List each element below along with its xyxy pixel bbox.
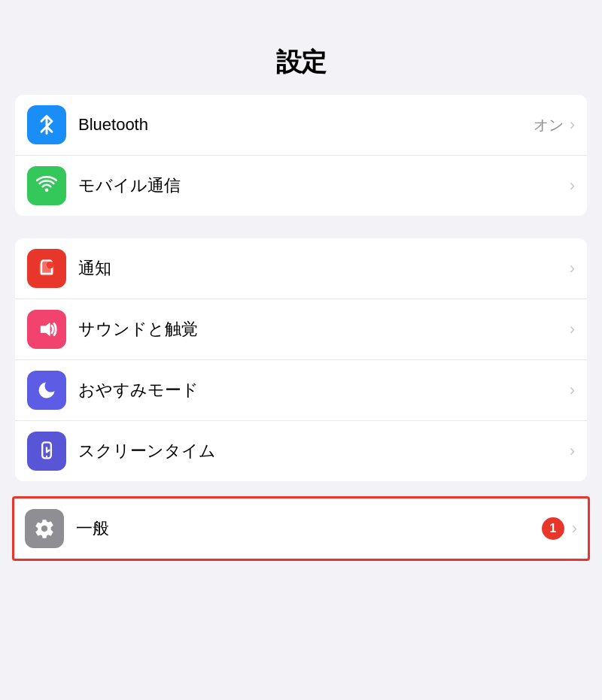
- svg-point-8: [46, 456, 47, 457]
- svg-marker-4: [41, 323, 50, 337]
- general-label: 一般: [76, 517, 542, 540]
- donotdisturb-chevron: ›: [570, 380, 575, 400]
- bluetooth-icon: [27, 105, 66, 144]
- screentime-row[interactable]: スクリーンタイム ›: [15, 421, 587, 481]
- bluetooth-value: オン: [534, 115, 564, 135]
- mobile-label: モバイル通信: [78, 174, 570, 197]
- bluetooth-chevron: ›: [570, 115, 575, 135]
- mobile-chevron: ›: [570, 176, 575, 195]
- screentime-icon: [27, 432, 66, 471]
- mobile-row[interactable]: モバイル通信 ›: [15, 156, 587, 216]
- notifications-label: 通知: [78, 257, 570, 280]
- general-row[interactable]: 一般 1 ›: [12, 496, 590, 561]
- screentime-label: スクリーンタイム: [78, 440, 570, 462]
- mobile-icon: [27, 166, 66, 205]
- general-chevron: ›: [572, 519, 577, 538]
- bluetooth-row[interactable]: Bluetooth オン ›: [15, 95, 587, 156]
- sounds-row[interactable]: サウンドと触覚 ›: [15, 299, 587, 360]
- preferences-group: 通知 › サウンドと触覚 › おやすみモード ›: [15, 238, 587, 481]
- general-icon: [25, 509, 64, 548]
- bluetooth-label: Bluetooth: [78, 115, 534, 135]
- page-title: 設定: [0, 0, 602, 95]
- connectivity-group: Bluetooth オン › モバイル通信 ›: [15, 95, 587, 216]
- screentime-chevron: ›: [570, 441, 575, 461]
- notifications-chevron: ›: [570, 259, 575, 278]
- notifications-icon: [27, 249, 66, 288]
- sounds-label: サウンドと触覚: [78, 318, 570, 341]
- donotdisturb-row[interactable]: おやすみモード ›: [15, 360, 587, 421]
- svg-point-0: [45, 189, 49, 192]
- section-gap: [0, 231, 602, 238]
- svg-point-3: [47, 262, 53, 268]
- notifications-row[interactable]: 通知 ›: [15, 238, 587, 299]
- general-badge: 1: [542, 517, 564, 540]
- sounds-icon: [27, 310, 66, 349]
- donotdisturb-icon: [27, 371, 66, 410]
- donotdisturb-label: おやすみモード: [78, 379, 570, 402]
- sounds-chevron: ›: [570, 320, 575, 339]
